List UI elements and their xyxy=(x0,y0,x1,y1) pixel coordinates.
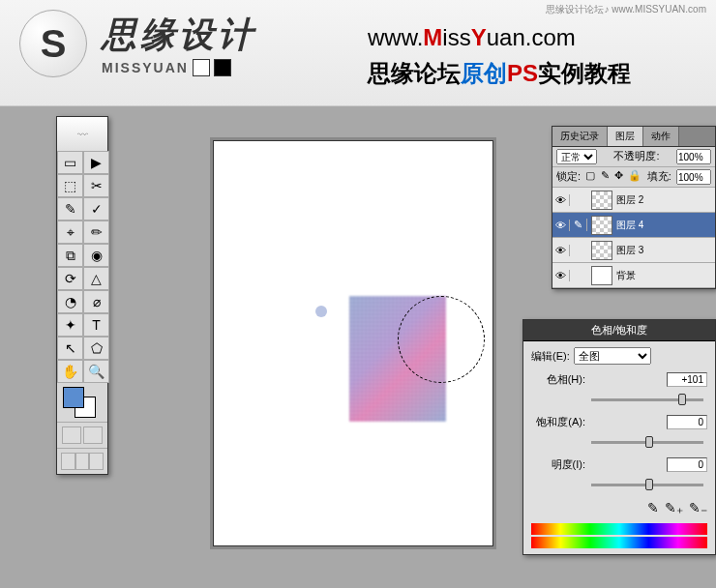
edit-label: 编辑(E): xyxy=(531,349,570,364)
tool-6[interactable]: ⌖ xyxy=(57,220,83,244)
logo-text: 思缘设计 MISSYUAN xyxy=(102,12,256,76)
tool-8[interactable]: ⧉ xyxy=(57,244,83,267)
light-row: 明度(I): 0 xyxy=(531,457,707,472)
light-value[interactable]: 0 xyxy=(667,457,707,472)
st-p2: 原创 xyxy=(461,60,507,86)
paint-dot xyxy=(315,306,327,317)
lock-label: 锁定: xyxy=(556,169,581,185)
tool-16[interactable]: ↖ xyxy=(57,337,83,360)
layer-row-2[interactable]: 👁图层 3 xyxy=(552,238,715,263)
tool-11[interactable]: △ xyxy=(83,267,109,290)
hs-body: 编辑(E): 全图 色相(H): +101 饱和度(A): 0 明度(I): 0… xyxy=(523,341,715,554)
light-label: 明度(I): xyxy=(531,457,585,472)
lock-position-icon[interactable]: ✥ xyxy=(614,169,623,185)
url-uan: uan xyxy=(487,24,525,50)
tool-10[interactable]: ⟳ xyxy=(57,267,83,290)
brush-preview[interactable]: 〰 xyxy=(57,117,107,151)
sat-slider[interactable] xyxy=(591,441,703,444)
edit-select[interactable]: 全图 xyxy=(574,347,651,365)
hue-handle[interactable] xyxy=(678,394,686,405)
opacity-input[interactable] xyxy=(676,149,711,164)
eyedropper-plus-icon[interactable]: ✎₊ xyxy=(665,500,683,515)
hue-value[interactable]: +101 xyxy=(667,372,707,387)
tool-9[interactable]: ◉ xyxy=(83,244,109,267)
tool-13[interactable]: ⌀ xyxy=(83,290,109,313)
layer-thumb[interactable] xyxy=(591,191,612,210)
hue-slider[interactable] xyxy=(591,398,703,401)
layer-list: 👁图层 2👁✎图层 4👁图层 3👁背景 xyxy=(552,188,715,288)
visibility-icon[interactable]: 👁 xyxy=(552,245,570,256)
layer-thumb[interactable] xyxy=(591,266,612,285)
layer-options-row2: 锁定: ▢ ✎ ✥ 🔒 填充: xyxy=(552,167,715,188)
tab-history[interactable]: 历史记录 xyxy=(552,127,608,146)
layer-row-1[interactable]: 👁✎图层 4 xyxy=(552,213,715,238)
hs-edit-row: 编辑(E): 全图 xyxy=(531,347,707,365)
logo-icon: S xyxy=(19,10,87,77)
cn-title: 思缘设计 xyxy=(102,12,256,59)
hue-row: 色相(H): +101 xyxy=(531,372,707,387)
lock-transparent-icon[interactable]: ▢ xyxy=(585,169,595,185)
lock-pixels-icon[interactable]: ✎ xyxy=(601,169,610,185)
link-cell[interactable]: ✎ xyxy=(570,219,587,231)
standard-mode-button[interactable] xyxy=(62,426,81,444)
tool-17[interactable]: ⬠ xyxy=(83,337,109,360)
tool-19[interactable]: 🔍 xyxy=(83,360,109,383)
layers-tabs: 历史记录 图层 动作 xyxy=(552,127,715,147)
swatch-white xyxy=(193,59,210,76)
fill-input[interactable] xyxy=(676,169,711,185)
opacity-label: 不透明度: xyxy=(613,149,659,164)
lock-all-icon[interactable]: 🔒 xyxy=(628,169,641,185)
sat-handle[interactable] xyxy=(645,436,653,448)
en-title: MISSYUAN xyxy=(102,59,256,76)
visibility-icon[interactable]: 👁 xyxy=(552,270,570,281)
layer-name: 图层 2 xyxy=(616,193,643,207)
sat-label: 饱和度(A): xyxy=(531,415,585,429)
swatch-black xyxy=(214,59,231,76)
url-y: Y xyxy=(471,24,487,50)
screen-mode-1[interactable] xyxy=(61,453,75,470)
tool-1[interactable]: ▶ xyxy=(83,151,109,174)
layer-thumb[interactable] xyxy=(591,241,612,260)
visibility-icon[interactable]: 👁 xyxy=(552,220,570,231)
screen-mode-2[interactable] xyxy=(75,453,90,470)
quickmask-button[interactable] xyxy=(83,426,103,444)
eyedropper-icon[interactable]: ✎ xyxy=(647,500,659,515)
layer-name: 图层 4 xyxy=(616,219,643,232)
layer-name: 背景 xyxy=(616,269,636,282)
layers-panel: 历史记录 图层 动作 正常 不透明度: 锁定: ▢ ✎ ✥ 🔒 填充: 👁图层 … xyxy=(552,126,716,289)
url-text: www.MissYuan.com xyxy=(368,24,576,51)
tool-14[interactable]: ✦ xyxy=(57,313,83,337)
tab-layers[interactable]: 图层 xyxy=(608,127,643,146)
layer-thumb[interactable] xyxy=(591,216,612,235)
light-handle[interactable] xyxy=(645,479,653,490)
tool-5[interactable]: ✓ xyxy=(83,197,109,220)
eyedropper-row: ✎ ✎₊ ✎₋ xyxy=(531,500,707,515)
url-m: M xyxy=(423,24,442,50)
tool-3[interactable]: ✂ xyxy=(83,174,109,197)
sat-value[interactable]: 0 xyxy=(667,415,707,429)
url-com: .com xyxy=(525,24,576,50)
light-slider[interactable] xyxy=(591,484,703,486)
foreground-color[interactable] xyxy=(63,387,84,408)
blend-mode-select[interactable]: 正常 xyxy=(556,149,597,164)
layer-row-3[interactable]: 👁背景 xyxy=(552,263,715,288)
tool-15[interactable]: T xyxy=(83,313,109,337)
tool-2[interactable]: ⬚ xyxy=(57,174,83,197)
tool-18[interactable]: ✋ xyxy=(57,360,83,383)
st-p3: PS xyxy=(507,60,538,86)
tool-0[interactable]: ▭ xyxy=(57,151,83,174)
fill-label: 填充: xyxy=(647,169,671,185)
tool-12[interactable]: ◔ xyxy=(57,290,83,313)
screenmode-row xyxy=(57,448,107,474)
selection-marquee[interactable] xyxy=(398,296,485,383)
visibility-icon[interactable]: 👁 xyxy=(552,194,570,206)
tab-actions[interactable]: 动作 xyxy=(643,127,679,146)
tool-7[interactable]: ✏ xyxy=(83,220,109,244)
canvas[interactable] xyxy=(213,140,493,546)
tool-4[interactable]: ✎ xyxy=(57,197,83,220)
screen-mode-3[interactable] xyxy=(89,453,104,470)
layer-options-row1: 正常 不透明度: xyxy=(552,147,715,167)
eyedropper-minus-icon[interactable]: ✎₋ xyxy=(689,500,707,515)
layer-row-0[interactable]: 👁图层 2 xyxy=(552,188,715,213)
quickmask-row xyxy=(57,422,107,448)
